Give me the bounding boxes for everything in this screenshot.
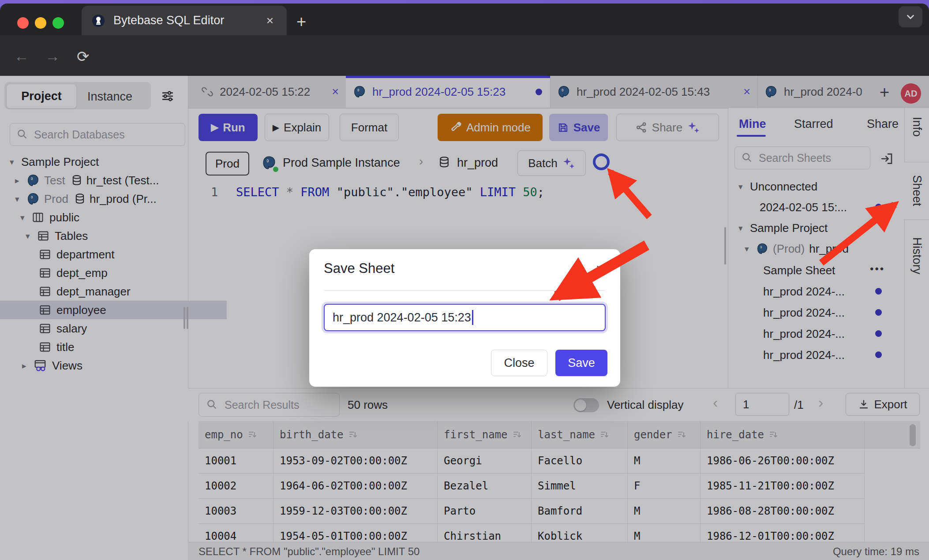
close-button[interactable]: Close: [491, 350, 547, 376]
sheet-name-value: hr_prod 2024-02-05 15:23: [333, 311, 471, 325]
browser-tab[interactable]: Bytebase SQL Editor ×: [82, 6, 287, 35]
window-close-button[interactable]: [17, 17, 29, 29]
screenshot-root: Bytebase SQL Editor × + ← → ⟳ localhost:…: [0, 0, 929, 560]
dialog-title: Save Sheet: [324, 261, 394, 276]
divider: [324, 290, 606, 291]
tab-close-icon[interactable]: ×: [266, 14, 273, 28]
tab-search-button[interactable]: [899, 6, 922, 27]
sheet-name-input[interactable]: hr_prod 2024-02-05 15:23: [324, 304, 606, 331]
save-sheet-dialog: Save Sheet × hr_prod 2024-02-05 15:23 Cl…: [309, 249, 620, 387]
browser-navbar: ← → ⟳ localhost:8080/sql-editor/prod-sam…: [0, 35, 929, 76]
reload-icon[interactable]: ⟳: [77, 48, 90, 65]
window-zoom-button[interactable]: [52, 17, 64, 29]
save-button[interactable]: Save: [555, 350, 607, 376]
browser-tab-title: Bytebase SQL Editor: [113, 14, 224, 27]
bytebase-favicon: [91, 14, 105, 28]
dialog-close-icon[interactable]: ×: [596, 261, 604, 277]
text-cursor: [472, 310, 473, 325]
window-minimize-button[interactable]: [35, 17, 46, 29]
forward-icon[interactable]: →: [45, 48, 60, 65]
back-icon[interactable]: ←: [14, 48, 29, 65]
chevron-down-icon: [905, 11, 916, 22]
new-browser-tab-button[interactable]: +: [296, 12, 306, 31]
